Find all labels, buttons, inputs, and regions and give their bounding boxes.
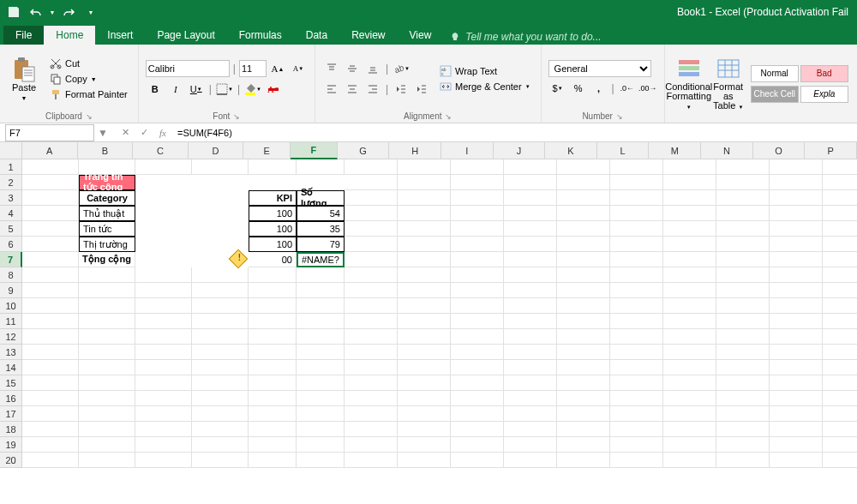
decrease-decimal-icon[interactable]: .00→ [638,79,657,98]
cell[interactable]: 54 [297,206,345,221]
cell[interactable] [770,237,823,252]
cell[interactable] [451,345,504,360]
font-size-combo[interactable] [239,60,267,77]
cell[interactable] [345,159,398,175]
column-header[interactable]: P [805,142,857,159]
cell[interactable] [192,283,249,298]
cell[interactable] [249,298,297,314]
cell[interactable] [451,437,504,453]
cell[interactable] [249,375,297,391]
cell[interactable] [79,329,135,345]
cell[interactable] [610,206,663,221]
accounting-format-icon[interactable]: $ ▼ [548,79,567,98]
cell[interactable] [557,360,610,375]
cell[interactable] [451,190,504,206]
cell[interactable] [22,159,79,175]
cell[interactable] [249,453,297,468]
cell[interactable] [79,375,135,391]
cell[interactable] [135,345,192,360]
cell[interactable] [398,314,451,329]
cell[interactable] [663,267,716,283]
cell[interactable] [451,314,504,329]
cell[interactable] [770,391,823,406]
cell[interactable] [192,314,249,329]
font-color-button[interactable]: A ▼ [264,80,283,99]
cell[interactable] [135,406,192,422]
cell[interactable] [504,437,557,453]
select-all-corner[interactable] [0,142,22,159]
cell[interactable] [716,360,770,375]
column-header[interactable]: E [243,142,291,159]
cell[interactable] [451,406,504,422]
cell[interactable] [716,345,770,360]
cell[interactable] [610,267,663,283]
cell[interactable] [79,360,135,375]
column-header[interactable]: H [389,142,441,159]
cell[interactable] [663,190,716,206]
fill-color-button[interactable]: ▼ [243,80,262,99]
cell[interactable] [297,375,345,391]
column-header[interactable]: M [649,142,701,159]
cell[interactable] [79,314,135,329]
style-bad[interactable]: Bad [800,65,848,82]
cell[interactable] [610,237,663,252]
cell[interactable] [345,267,398,283]
row-header[interactable]: 5 [0,221,22,237]
undo-dropdown-icon[interactable]: ▼ [48,3,57,21]
cell[interactable] [610,437,663,453]
cell[interactable] [345,360,398,375]
cell[interactable] [557,375,610,391]
cell[interactable] [297,422,345,437]
cell[interactable] [135,360,192,375]
alignment-launcher-icon[interactable]: ↘ [445,112,452,121]
cell[interactable] [770,422,823,437]
cell[interactable] [192,391,249,406]
font-name-combo[interactable] [146,60,230,77]
cell[interactable] [610,375,663,391]
cell[interactable] [451,283,504,298]
row-header[interactable]: 16 [0,391,22,406]
cell[interactable] [451,252,504,267]
cell[interactable] [823,175,857,190]
bold-button[interactable]: B [146,80,165,99]
tab-home[interactable]: Home [44,26,95,45]
cell[interactable] [504,159,557,175]
cell[interactable] [79,283,135,298]
cell[interactable] [823,237,857,252]
cell[interactable] [610,422,663,437]
cell[interactable] [504,267,557,283]
cell[interactable] [770,375,823,391]
cell[interactable] [398,375,451,391]
cell[interactable] [716,406,770,422]
tab-insert[interactable]: Insert [95,26,145,45]
decrease-indent-icon[interactable] [392,80,411,99]
cell[interactable] [451,360,504,375]
cell[interactable] [79,267,135,283]
cell[interactable] [451,175,504,190]
cell[interactable] [192,360,249,375]
cell[interactable] [398,391,451,406]
cell[interactable] [610,360,663,375]
row-header[interactable]: 19 [0,437,22,453]
cell[interactable] [249,422,297,437]
row-header[interactable]: 4 [0,206,22,221]
cell[interactable] [22,298,79,314]
cell[interactable] [249,314,297,329]
cell[interactable] [716,391,770,406]
cell[interactable] [504,453,557,468]
cell[interactable]: 79 [297,237,345,252]
cell[interactable] [610,190,663,206]
cell[interactable] [22,437,79,453]
cell[interactable] [79,345,135,360]
cell[interactable] [610,345,663,360]
tab-review[interactable]: Review [339,26,397,45]
cell[interactable] [79,298,135,314]
cell[interactable] [345,237,398,252]
row-header[interactable]: 13 [0,345,22,360]
cell[interactable] [770,283,823,298]
cell[interactable] [770,252,823,267]
cell[interactable]: Category [79,190,135,206]
cell[interactable] [22,391,79,406]
align-bottom-icon[interactable] [363,59,382,78]
cell[interactable] [557,221,610,237]
